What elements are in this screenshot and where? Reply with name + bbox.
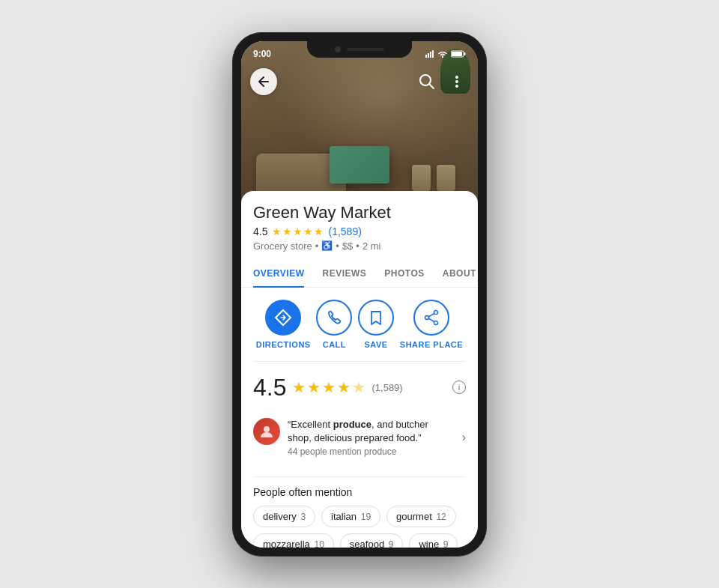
save-icon (368, 309, 384, 326)
wifi-icon (437, 50, 448, 58)
save-button[interactable]: SAVE (358, 300, 394, 349)
action-buttons: DIRECTIONS CALL (253, 288, 466, 362)
info-button[interactable]: i (452, 381, 466, 394)
people-mention-section: People often mention delivery 3 italian … (253, 477, 466, 548)
tag-mozzarella[interactable]: mozzarella 10 (253, 533, 334, 548)
avatar-icon (259, 424, 274, 439)
photo-navigation (241, 62, 478, 101)
directions-label: DIRECTIONS (256, 340, 311, 349)
review-chevron-icon: › (462, 431, 466, 444)
svg-point-17 (264, 426, 270, 432)
search-button[interactable] (415, 70, 439, 94)
tabs-bar: OVERVIEW REVIEWS PHOTOS ABOUT (241, 261, 478, 288)
tab-about[interactable]: ABOUT (443, 261, 476, 288)
chair-2 (437, 165, 455, 191)
price-label: $$ (342, 240, 353, 252)
star-rating: ★ ★ ★ ★ ★ (272, 225, 324, 237)
star-1: ★ (272, 225, 282, 237)
svg-line-15 (428, 313, 434, 317)
star-2: ★ (282, 225, 292, 237)
tag-wine[interactable]: wine 9 (409, 533, 458, 548)
call-button[interactable]: CALL (316, 300, 352, 349)
camera-sensor (335, 46, 341, 52)
tag-mozzarella-count: 10 (314, 539, 324, 548)
nav-right-icons (415, 70, 469, 94)
place-meta: Grocery store • ♿ • $$ • 2 mi (253, 240, 466, 252)
big-review-count: (1,589) (371, 382, 402, 393)
rating-row: 4.5 ★ ★ ★ ★ ★ (1,589) (253, 225, 466, 237)
big-star-2: ★ (307, 378, 321, 396)
tag-wine-count: 9 (443, 539, 449, 548)
call-label: CALL (323, 340, 346, 349)
tag-delivery-word: delivery (263, 511, 297, 522)
big-rating-number: 4.5 (253, 374, 286, 401)
tag-gourmet[interactable]: gourmet 12 (386, 506, 456, 527)
battery-icon (451, 50, 466, 58)
chairs-element (412, 165, 455, 191)
rating-section: 4.5 ★ ★ ★ ★ ★ (1,589) i (253, 362, 466, 477)
svg-rect-1 (428, 53, 429, 58)
more-options-button[interactable] (445, 70, 469, 94)
place-photo (241, 41, 478, 206)
phone-screen: 9:00 (241, 41, 478, 548)
svg-point-12 (434, 310, 437, 314)
speaker-grille (347, 48, 384, 51)
more-options-icon (449, 73, 465, 90)
save-icon-circle (358, 300, 394, 336)
call-icon-circle (316, 300, 352, 336)
svg-rect-3 (432, 50, 434, 58)
svg-point-10 (455, 80, 458, 83)
wheelchair-icon: ♿ (321, 240, 333, 251)
big-star-rating: ★ ★ ★ ★ ★ (292, 378, 365, 396)
call-icon (326, 309, 342, 326)
tab-overview[interactable]: OVERVIEW (253, 261, 304, 288)
status-icons (425, 50, 466, 58)
svg-point-14 (425, 315, 428, 319)
directions-icon (274, 309, 292, 327)
big-star-1: ★ (292, 378, 306, 396)
directions-button[interactable]: DIRECTIONS (256, 300, 311, 349)
tag-seafood-count: 9 (389, 539, 394, 548)
save-label: SAVE (365, 340, 388, 349)
tab-photos[interactable]: PHOTOS (384, 261, 424, 288)
big-star-3: ★ (322, 378, 336, 396)
share-button[interactable]: SHARE PLACE (400, 300, 463, 349)
tag-delivery-count: 3 (300, 512, 306, 522)
tag-italian[interactable]: italian 19 (321, 506, 380, 527)
big-star-4: ★ (337, 378, 351, 396)
bold-word: produce (333, 419, 371, 430)
people-mention-title: People often mention (253, 486, 466, 498)
tag-seafood[interactable]: seafood 9 (340, 533, 404, 548)
big-star-half: ★ (352, 378, 365, 396)
tag-wine-word: wine (419, 539, 439, 548)
chair-1 (412, 165, 431, 191)
directions-icon-circle (265, 300, 301, 336)
phone-frame: 9:00 (232, 32, 487, 557)
quote-start: “Excellent (288, 419, 333, 430)
svg-rect-6 (452, 52, 462, 56)
category-label: Grocery store (253, 240, 312, 252)
tag-italian-word: italian (331, 511, 357, 522)
content-panel: Green Way Market 4.5 ★ ★ ★ ★ ★ (1,589) G… (241, 191, 478, 548)
review-snippet[interactable]: “Excellent produce, and butcher shop, de… (253, 410, 466, 464)
svg-point-13 (434, 321, 437, 324)
svg-rect-2 (430, 52, 431, 58)
review-count[interactable]: (1,589) (328, 225, 361, 237)
tag-gourmet-word: gourmet (396, 511, 432, 522)
table-element (330, 146, 389, 184)
svg-point-11 (455, 85, 458, 88)
tab-reviews[interactable]: REVIEWS (322, 261, 366, 288)
share-icon (423, 309, 440, 326)
share-icon-circle (413, 300, 449, 336)
big-rating-row: 4.5 ★ ★ ★ ★ ★ (1,589) i (253, 374, 466, 401)
tag-delivery[interactable]: delivery 3 (253, 506, 315, 527)
tag-seafood-word: seafood (350, 539, 384, 548)
review-content: “Excellent produce, and butcher shop, de… (288, 418, 455, 457)
back-icon (257, 75, 270, 88)
review-text: “Excellent produce, and butcher shop, de… (288, 418, 455, 445)
tag-italian-count: 19 (361, 512, 371, 522)
phone-notch (307, 41, 412, 58)
back-button[interactable] (250, 68, 277, 95)
svg-point-9 (455, 76, 458, 79)
review-mentions: 44 people mention produce (288, 446, 455, 457)
